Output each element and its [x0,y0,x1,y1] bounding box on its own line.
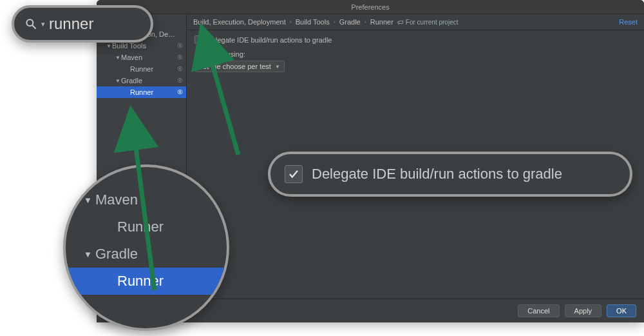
svg-point-0 [26,19,33,26]
run-tests-select[interactable]: Let me choose per test ▼ [194,61,285,72]
breadcrumb-item[interactable]: Gradle [339,18,361,26]
callout-tree-item-gradle-runner: Runner [66,268,227,295]
callout-tree-item-gradle: ▼ Gradle [66,241,227,268]
callout-delegate-label: Delegate IDE build/run actions to gradle [312,166,562,183]
callout-tree-label: Maven [95,192,138,208]
cancel-button[interactable]: Cancel [518,304,559,317]
ok-button[interactable]: OK [607,304,636,317]
callout-tree-label: Gradle [95,246,138,262]
breadcrumb-item[interactable]: Runner [370,18,393,26]
run-tests-label: Run tests using: [194,50,636,58]
breadcrumb-item[interactable]: Build Tools [296,18,330,26]
chevron-right-icon: › [290,19,292,25]
callout-delegate-checkbox: Delegate IDE build/run actions to gradle [268,152,632,197]
sidebar-item-label: Runner [130,65,176,73]
search-input-value[interactable]: runner [49,15,93,33]
callout-tree-label: Runner [117,219,164,235]
window-title: Preferences [351,3,389,11]
tag-icon: 🏷 [397,19,404,26]
caret-icon: ▼ [106,43,112,49]
callout-search: ▾ runner [12,5,153,43]
callout-tree: ▼ Maven Runner ▼ Gradle Runner [63,164,229,331]
delegate-checkbox-label: Delegate IDE build/run actions to gradle [207,36,332,44]
callout-tree-label: Runner [117,273,164,290]
sidebar-item-maven-runner[interactable]: Runner ⦿ [97,63,186,75]
project-badge-icon: ⦿ [176,89,184,95]
chevron-down-icon: ▾ [41,20,45,28]
caret-icon: ▼ [115,55,121,61]
sidebar-item-gradle[interactable]: ▼ Gradle ⦿ [97,75,186,86]
delegate-checkbox-row: ✓ Delegate IDE build/run actions to grad… [194,35,636,44]
callout-tree-item-maven: ▼ Maven [66,186,227,213]
project-badge-icon: ⦿ [176,77,184,84]
project-badge-icon: ⦿ [176,66,184,72]
sidebar-item-gradle-runner[interactable]: Runner ⦿ [97,86,186,98]
caret-icon: ▼ [84,195,95,205]
project-badge-icon: ⦿ [176,54,184,61]
project-badge-icon: ⦿ [176,43,184,49]
apply-button[interactable]: Apply [565,304,602,317]
chevron-right-icon: › [365,19,366,25]
caret-icon: ▼ [84,250,95,259]
chevron-down-icon: ▼ [275,64,280,70]
titlebar: Preferences [97,0,644,14]
search-icon [23,16,39,32]
reset-link[interactable]: Reset [619,18,638,26]
sidebar-item-label: Gradle [121,77,176,84]
delegate-checkbox[interactable]: ✓ [194,35,203,44]
svg-line-1 [33,26,36,29]
sidebar-item-label: Build Tools [112,42,176,50]
callout-tree-item-maven-runner: Runner [66,213,227,241]
project-scope-label: For current project [406,19,459,26]
checkbox-icon [285,165,303,183]
breadcrumb-item[interactable]: Build, Execution, Deployment [193,18,286,26]
chevron-right-icon: › [334,19,336,25]
breadcrumbs: Build, Execution, Deployment › Build Too… [187,14,644,30]
sidebar-item-maven[interactable]: ▼ Maven ⦿ [97,52,186,63]
sidebar-item-label: Runner [130,88,176,96]
sidebar-item-label: Maven [121,54,176,61]
footer: Cancel Apply OK [187,299,644,322]
run-tests-value: Let me choose per test [199,63,271,70]
project-scope-tag: 🏷 For current project [397,19,459,26]
caret-icon: ▼ [115,78,121,84]
